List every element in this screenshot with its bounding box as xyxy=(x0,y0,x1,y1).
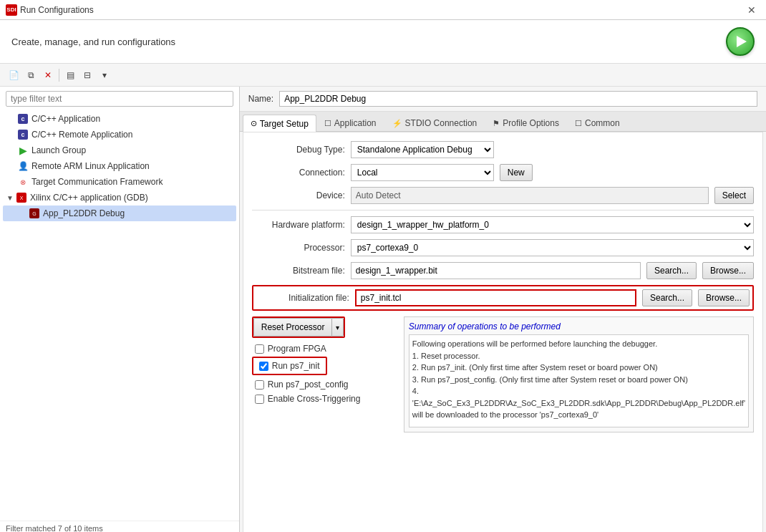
duplicate-button[interactable]: ⧉ xyxy=(23,67,39,83)
close-window-button[interactable]: ✕ xyxy=(743,3,760,17)
tree-item-app-debug[interactable]: G App_PL2DDR Debug xyxy=(3,205,236,221)
delete-icon: ✕ xyxy=(44,70,52,80)
tab-label: Common xyxy=(585,118,620,128)
summary-text: Following operations will be performed b… xyxy=(412,339,745,419)
main-layout: c C/C++ Application c C/C++ Remote Appli… xyxy=(0,87,766,532)
cross-trig-checkbox[interactable] xyxy=(255,395,264,404)
bitstream-label: Bitstream file: xyxy=(252,266,345,276)
tab-application[interactable]: ☐ Application xyxy=(316,115,384,131)
bitstream-row: Bitstream file: Search... Browse... xyxy=(252,262,754,279)
tab-label: Application xyxy=(334,118,377,128)
remote-arm-icon: 👤 xyxy=(17,160,29,172)
tree-item-remote-arm[interactable]: 👤 Remote ARM Linux Application xyxy=(3,158,236,174)
program-fpga-row: Program FPGA xyxy=(252,342,395,355)
reset-processor-dropdown[interactable]: ▾ xyxy=(331,318,344,337)
debug-type-row: Debug Type: Standalone Application Debug xyxy=(252,141,754,158)
tab-label: Profile Options xyxy=(503,118,559,128)
init-file-label: Initialization file: xyxy=(256,293,349,303)
title-bar: SDI Run Configurations ✕ xyxy=(0,0,766,20)
tree-item-target[interactable]: ⊗ Target Communication Framework xyxy=(3,174,236,190)
divider-1 xyxy=(252,210,754,211)
dropdown-arrow-icon: ▾ xyxy=(336,324,339,332)
tree-item-launch[interactable]: ▶ Launch Group xyxy=(3,142,236,158)
init-browse-button[interactable]: Browse... xyxy=(698,289,750,306)
summary-scroll: Following operations will be performed b… xyxy=(409,334,749,427)
init-file-input[interactable] xyxy=(355,289,636,306)
program-fpga-checkbox[interactable] xyxy=(255,344,264,354)
bitstream-search-button[interactable]: Search... xyxy=(646,262,697,279)
expand-icon: ▾ xyxy=(102,70,107,80)
select-device-button[interactable]: Select xyxy=(714,187,754,204)
processor-select[interactable]: ps7_cortexa9_0 xyxy=(351,239,754,256)
init-file-container: Initialization file: Search... Browse... xyxy=(252,285,754,311)
tabs: ⊙ Target Setup ☐ Application ⚡ STDIO Con… xyxy=(240,112,766,132)
tab-stdio[interactable]: ⚡ STDIO Connection xyxy=(384,115,485,131)
profile-tab-icon: ⚑ xyxy=(493,119,500,128)
init-file-row: Initialization file: Search... Browse... xyxy=(256,289,750,306)
config-name-input[interactable] xyxy=(279,91,757,107)
new-connection-button[interactable]: New xyxy=(500,164,533,181)
tree-item-label: App_PL2DDR Debug xyxy=(43,208,125,218)
left-panel: c C/C++ Application c C/C++ Remote Appli… xyxy=(0,87,240,532)
tree-item-label: Remote ARM Linux Application xyxy=(31,161,150,171)
init-search-button[interactable]: Search... xyxy=(642,289,692,306)
expand-icon: ▼ xyxy=(6,193,14,202)
expand-dropdown[interactable]: ▾ xyxy=(97,67,112,83)
app-icon: SDI xyxy=(6,4,17,16)
name-bar: Name: xyxy=(240,87,766,112)
common-tab-icon: ☐ xyxy=(575,119,582,128)
play-icon xyxy=(737,36,747,47)
cpp-remote-icon: c xyxy=(17,129,29,140)
bitstream-browse-button[interactable]: Browse... xyxy=(702,262,754,279)
duplicate-icon: ⧉ xyxy=(28,70,34,80)
tab-target-setup[interactable]: ⊙ Target Setup xyxy=(243,115,316,132)
name-label: Name: xyxy=(248,94,273,104)
cross-trig-label: Enable Cross-Triggering xyxy=(268,394,361,404)
collapse-icon: ⊟ xyxy=(84,70,91,80)
window-title: Run Configurations xyxy=(20,5,94,15)
connection-select[interactable]: Local xyxy=(351,164,494,181)
application-tab-icon: ☐ xyxy=(324,119,331,128)
new-config-button[interactable]: 📄 xyxy=(6,67,21,83)
filter-icon: ▤ xyxy=(67,70,74,80)
filter-input[interactable] xyxy=(6,91,233,107)
run-ps7-post-checkbox[interactable] xyxy=(255,380,264,390)
tab-profile-options[interactable]: ⚑ Profile Options xyxy=(485,115,567,131)
collapse-button[interactable]: ⊟ xyxy=(79,67,95,83)
debug-type-label: Debug Type: xyxy=(252,145,345,155)
gdb-icon: G xyxy=(29,208,40,219)
run-icon-button[interactable] xyxy=(726,27,755,56)
tree-item-label: C/C++ Application xyxy=(31,114,100,124)
header: Create, manage, and run configurations xyxy=(0,20,766,64)
tree-item-cpp-app[interactable]: c C/C++ Application xyxy=(3,111,236,127)
connection-row: Connection: Local New xyxy=(252,164,754,181)
processor-label: Processor: xyxy=(252,243,345,253)
separator-1 xyxy=(59,69,59,82)
header-subtitle: Create, manage, and run configurations xyxy=(11,37,175,47)
tree-item-xilinx[interactable]: ▼ X Xilinx C/C++ application (GDB) xyxy=(3,190,236,205)
tree-item-label: Launch Group xyxy=(31,145,86,155)
run-ps7-init-container: Run ps7_init xyxy=(252,357,327,375)
processor-row: Processor: ps7_cortexa9_0 xyxy=(252,239,754,256)
hw-platform-row: Hardware platform: design_1_wrapper_hw_p… xyxy=(252,216,754,233)
target-comm-icon: ⊗ xyxy=(17,176,29,188)
delete-button[interactable]: ✕ xyxy=(40,67,56,83)
tree-item-cpp-remote[interactable]: c C/C++ Remote Application xyxy=(3,127,236,142)
hw-platform-select[interactable]: design_1_wrapper_hw_platform_0 xyxy=(351,216,754,233)
run-ps7-init-checkbox[interactable] xyxy=(259,362,268,371)
connection-label: Connection: xyxy=(252,168,345,178)
cross-trig-row: Enable Cross-Triggering xyxy=(252,392,395,405)
tab-common[interactable]: ☐ Common xyxy=(567,115,628,131)
debug-type-select[interactable]: Standalone Application Debug xyxy=(351,141,494,158)
target-setup-tab-icon: ⊙ xyxy=(251,119,257,128)
bottom-section: Reset Processor ▾ Program FPGA xyxy=(252,316,754,432)
tab-label: STDIO Connection xyxy=(405,118,477,128)
launch-icon: ▶ xyxy=(17,145,29,156)
run-ps7-post-label: Run ps7_post_config xyxy=(268,379,349,390)
device-label: Device: xyxy=(252,190,345,200)
toolbar: 📄 ⧉ ✕ ▤ ⊟ ▾ xyxy=(0,64,766,87)
filter-button[interactable]: ▤ xyxy=(62,67,78,83)
bitstream-input[interactable] xyxy=(351,262,641,279)
reset-processor-button[interactable]: Reset Processor xyxy=(253,318,332,337)
right-panel: Name: ⊙ Target Setup ☐ Application ⚡ STD… xyxy=(240,87,766,532)
